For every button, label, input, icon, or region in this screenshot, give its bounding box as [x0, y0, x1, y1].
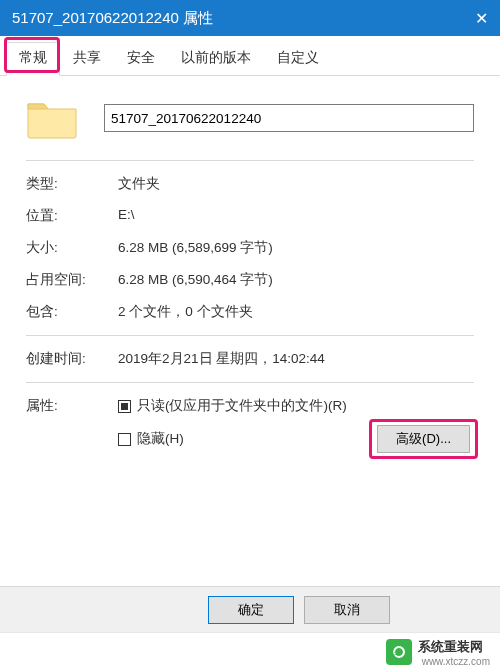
folder-name-input[interactable]: [104, 104, 474, 132]
label-hidden: 隐藏(H): [137, 430, 184, 448]
cancel-button[interactable]: 取消: [304, 596, 390, 624]
ok-button[interactable]: 确定: [208, 596, 294, 624]
window-title: 51707_20170622012240 属性: [12, 9, 213, 28]
watermark-footer: 系统重装网 www.xtczz.com: [0, 632, 500, 671]
properties-panel: 类型: 文件夹 位置: E:\ 大小: 6.28 MB (6,589,699 字…: [0, 76, 500, 463]
separator: [26, 382, 474, 383]
label-location: 位置:: [26, 207, 118, 225]
watermark-brand: 系统重装网: [418, 638, 490, 656]
titlebar: 51707_20170622012240 属性 ✕: [0, 0, 500, 36]
value-size-on-disk: 6.28 MB (6,590,464 字节): [118, 271, 474, 289]
label-type: 类型:: [26, 175, 118, 193]
checkbox-hidden[interactable]: [118, 433, 131, 446]
watermark-logo-icon: [386, 639, 412, 665]
label-attributes: 属性:: [26, 397, 118, 415]
label-created: 创建时间:: [26, 350, 118, 368]
label-contains: 包含:: [26, 303, 118, 321]
label-readonly: 只读(仅应用于文件夹中的文件)(R): [137, 397, 347, 415]
dialog-button-bar: 确定 取消 应用: [0, 586, 500, 632]
checkbox-readonly[interactable]: [118, 400, 131, 413]
close-icon[interactable]: ✕: [475, 9, 488, 28]
separator: [26, 335, 474, 336]
tab-share[interactable]: 共享: [60, 42, 114, 75]
folder-icon: [26, 96, 78, 140]
value-size: 6.28 MB (6,589,699 字节): [118, 239, 474, 257]
label-size-on-disk: 占用空间:: [26, 271, 118, 289]
value-location: E:\: [118, 207, 474, 225]
label-size: 大小:: [26, 239, 118, 257]
value-type: 文件夹: [118, 175, 474, 193]
tab-general[interactable]: 常规: [6, 42, 60, 76]
separator: [26, 160, 474, 161]
tab-security[interactable]: 安全: [114, 42, 168, 75]
value-created: 2019年2月21日 星期四，14:02:44: [118, 350, 474, 368]
tab-previous-versions[interactable]: 以前的版本: [168, 42, 264, 75]
value-contains: 2 个文件，0 个文件夹: [118, 303, 474, 321]
tab-strip: 常规 共享 安全 以前的版本 自定义: [0, 36, 500, 76]
tab-customize[interactable]: 自定义: [264, 42, 332, 75]
advanced-button[interactable]: 高级(D)...: [377, 425, 470, 453]
watermark-url: www.xtczz.com: [422, 656, 490, 667]
